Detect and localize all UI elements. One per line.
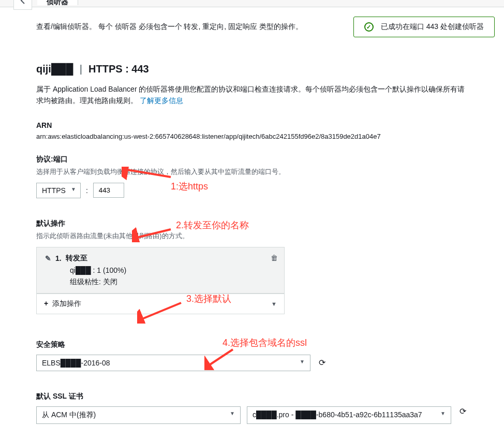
intro-paragraph: 属于 Application Load Balancer 的侦听器将使用您配置的… bbox=[36, 83, 468, 107]
refresh-ssl-icon[interactable]: ⟳ bbox=[457, 406, 468, 417]
listener-protocol-port: HTTPS : 443 bbox=[88, 63, 149, 75]
chevron-down-icon: ▼ bbox=[271, 301, 277, 307]
refresh-icon[interactable]: ⟳ bbox=[317, 358, 327, 368]
arn-value: arn:aws:elasticloadbalancing:us-west-2:6… bbox=[36, 133, 468, 140]
default-action-label: 默认操作 bbox=[36, 219, 468, 228]
learn-more-link[interactable]: 了解更多信息 bbox=[140, 96, 183, 105]
port-input[interactable] bbox=[93, 183, 124, 198]
page-title: qiji███ | HTTPS : 443 bbox=[36, 63, 468, 75]
default-action-sub: 指示此侦听器路由流量(未由其他规则路由)的方式。 bbox=[36, 231, 468, 241]
security-policy-label: 安全策略 bbox=[36, 340, 468, 349]
arn-label: ARN bbox=[36, 121, 468, 129]
back-button[interactable] bbox=[13, 0, 32, 10]
tab-listener[interactable]: 侦听器 bbox=[37, 0, 78, 5]
action-card: ✎ 1. 转发至 🗑 qi███ : 1 (100%) 组级粘性: 关闭 bbox=[36, 247, 285, 294]
plus-icon: + bbox=[44, 299, 48, 307]
protocol-port-sub: 选择用于从客户端到负载均衡器连接的协议，然后输入要从其中监听流量的端口号。 bbox=[36, 167, 468, 177]
action-target: qi███ : 1 (100%) bbox=[70, 266, 276, 274]
intro-text: 属于 Application Load Balancer 的侦听器将使用您配置的… bbox=[36, 85, 465, 105]
listener-description: 查看/编辑侦听器。 每个 侦听器 必须包含一个 转发, 重定向, 固定响应 类型… bbox=[36, 22, 343, 32]
ssl-label: 默认 SSL 证书 bbox=[36, 392, 468, 401]
add-action-label: 添加操作 bbox=[52, 299, 81, 307]
protocol-select-value: HTTPS bbox=[42, 186, 66, 195]
security-policy-value: ELBS████-2016-08 bbox=[42, 359, 110, 367]
security-policy-select[interactable]: ELBS████-2016-08 bbox=[36, 355, 310, 371]
title-divider: | bbox=[79, 63, 82, 75]
action-sticky: 组级粘性: 关闭 bbox=[70, 277, 276, 287]
action-forward-label: 转发至 bbox=[66, 254, 87, 263]
protocol-select[interactable]: HTTPS bbox=[36, 183, 81, 198]
ssl-cert-select[interactable]: c████.pro - ████-b680-4b51-a92c-6b11135a… bbox=[247, 406, 451, 424]
protocol-port-label: 协议:端口 bbox=[36, 155, 468, 164]
success-text: 已成功在端口 443 处创建侦听器 bbox=[381, 22, 484, 32]
success-toast: ✓ 已成功在端口 443 处创建侦听器 bbox=[353, 17, 495, 37]
lb-name: qiji███ bbox=[36, 63, 73, 75]
ssl-source-value: 从 ACM 中(推荐) bbox=[42, 411, 96, 419]
action-index: 1. bbox=[55, 254, 62, 262]
edit-icon[interactable]: ✎ bbox=[45, 254, 51, 262]
check-icon: ✓ bbox=[364, 22, 374, 32]
ssl-source-select[interactable]: 从 ACM 中(推荐) bbox=[36, 406, 241, 424]
add-action-button[interactable]: +添加操作 ▼ bbox=[36, 294, 285, 314]
ssl-cert-value: c████.pro - ████-b680-4b51-a92c-6b11135a… bbox=[253, 411, 422, 419]
delete-icon[interactable]: 🗑 bbox=[271, 254, 278, 262]
colon-separator: : bbox=[86, 186, 88, 195]
